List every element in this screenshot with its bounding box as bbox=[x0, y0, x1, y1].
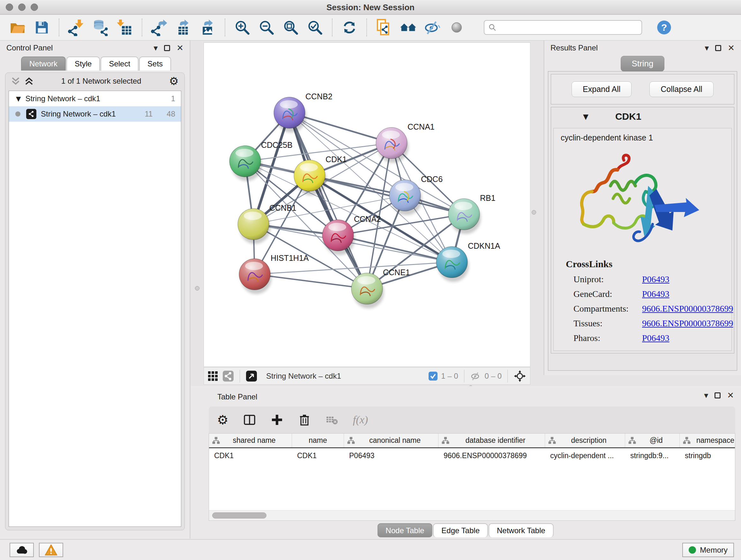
import-network-from-file-button[interactable] bbox=[66, 17, 86, 37]
node-table: shared namenamecanonical namedatabase id… bbox=[209, 433, 735, 521]
apply-preferred-layout-button[interactable] bbox=[340, 17, 359, 37]
collapse-all-icon[interactable] bbox=[11, 77, 20, 85]
minimize-window-button[interactable] bbox=[18, 3, 25, 11]
export-network-button[interactable] bbox=[149, 17, 169, 37]
selected-checkbox-icon[interactable] bbox=[428, 371, 438, 381]
network-node-CDC6[interactable]: CDC6 bbox=[389, 175, 443, 215]
show-columns-icon[interactable] bbox=[243, 414, 256, 426]
save-session-button[interactable] bbox=[32, 17, 52, 37]
gene-section-header[interactable]: ▼ CDK1 bbox=[551, 107, 734, 126]
network-node-CDC25B[interactable]: CDC25B bbox=[229, 140, 293, 181]
crosslink-link[interactable]: P06493 bbox=[642, 289, 670, 299]
zoom-in-button[interactable] bbox=[232, 17, 252, 37]
results-tab-string[interactable]: String bbox=[621, 56, 665, 71]
float-panel-icon[interactable] bbox=[164, 45, 170, 51]
expand-all-button[interactable]: Expand All bbox=[571, 81, 631, 97]
control-tab-network[interactable]: Network bbox=[21, 57, 66, 71]
horizontal-scrollbar[interactable] bbox=[209, 510, 735, 520]
export-image-button[interactable] bbox=[198, 17, 218, 37]
first-neighbors-button[interactable] bbox=[398, 17, 418, 37]
import-table-from-file-button[interactable] bbox=[115, 17, 135, 37]
table-tab-node-table[interactable]: Node Table bbox=[377, 523, 432, 537]
network-node-RB1[interactable]: RB1 bbox=[448, 193, 495, 234]
new-network-from-selection-button[interactable] bbox=[374, 17, 394, 37]
network-node-CCNB1[interactable]: CCNB1 bbox=[238, 203, 296, 244]
export-table-button[interactable] bbox=[174, 17, 193, 37]
zoom-selected-button[interactable] bbox=[305, 17, 325, 37]
main-toolbar: ? bbox=[0, 15, 741, 41]
scrollbar-thumb[interactable] bbox=[212, 512, 266, 518]
network-node-HIST1H1A[interactable]: HIST1H1A bbox=[239, 253, 309, 294]
detach-view-icon[interactable] bbox=[246, 370, 257, 382]
network-node-CCNB2[interactable]: CCNB2 bbox=[274, 92, 333, 132]
search-field[interactable] bbox=[484, 20, 642, 35]
column-header-shared-name[interactable]: shared name bbox=[209, 434, 292, 447]
search-input[interactable] bbox=[500, 23, 637, 32]
table-row[interactable]: CDK1CDK1P064939606.ENSP00000378699cyclin… bbox=[209, 448, 735, 463]
crosslink-link[interactable]: 9606.ENSP00000378699 bbox=[642, 318, 733, 328]
right-splitter-handle[interactable] bbox=[532, 210, 536, 214]
column-header-name[interactable]: name bbox=[292, 434, 344, 447]
zoom-fit-content-button[interactable] bbox=[281, 17, 300, 37]
left-splitter-handle[interactable] bbox=[195, 286, 199, 291]
delete-column-trash-icon[interactable] bbox=[298, 414, 311, 426]
crosslink-label: Pharos: bbox=[574, 331, 642, 346]
collapse-panel-icon[interactable]: ▾ bbox=[704, 391, 708, 399]
import-network-from-database-button[interactable] bbox=[91, 17, 111, 37]
network-graph[interactable]: CCNB2CCNA1CDC25BCDK1CDC6RB1CCNB1CCNA2CDK… bbox=[204, 43, 530, 367]
network-canvas[interactable]: CCNB2CCNA1CDC25BCDK1CDC6RB1CCNB1CCNA2CDK… bbox=[204, 43, 530, 367]
column-header-description[interactable]: description bbox=[545, 434, 625, 447]
network-edge-HIST1H1A-CCNE1[interactable] bbox=[255, 274, 367, 289]
network-edge-CCNA2-CDKN1A[interactable] bbox=[338, 235, 452, 262]
help-button[interactable]: ? bbox=[654, 17, 674, 37]
table-tab-edge-table[interactable]: Edge Table bbox=[433, 523, 488, 537]
column-header-namespace[interactable]: namespace bbox=[680, 434, 735, 447]
close-window-button[interactable] bbox=[6, 3, 13, 11]
zoom-in-icon bbox=[234, 19, 251, 36]
birds-eye-view-icon[interactable] bbox=[514, 370, 526, 382]
table-header-row: shared namenamecanonical namedatabase id… bbox=[209, 434, 735, 448]
close-panel-icon[interactable]: ✕ bbox=[728, 44, 735, 52]
float-panel-icon[interactable] bbox=[715, 45, 721, 51]
network-collection-row[interactable]: ▼ String Network – cdk1 1 bbox=[9, 91, 181, 106]
zoom-out-button[interactable] bbox=[257, 17, 276, 37]
show-all-button[interactable] bbox=[447, 17, 467, 37]
column-header-canonical-name[interactable]: canonical name bbox=[344, 434, 439, 447]
collapse-row-icon[interactable]: ▼ bbox=[16, 95, 21, 103]
column-header--id[interactable]: @id bbox=[625, 434, 680, 447]
maximize-window-button[interactable] bbox=[30, 3, 38, 11]
network-node-CDKN1A[interactable]: CDKN1A bbox=[436, 241, 500, 282]
memory-button[interactable]: Memory bbox=[682, 543, 734, 557]
node-count: 11 bbox=[145, 110, 152, 118]
close-panel-icon[interactable]: ✕ bbox=[177, 44, 184, 52]
close-panel-icon[interactable]: ✕ bbox=[727, 391, 734, 399]
create-column-plus-icon[interactable] bbox=[271, 414, 283, 426]
warnings-button[interactable] bbox=[39, 543, 63, 557]
open-session-button[interactable] bbox=[8, 17, 27, 37]
control-tab-select[interactable]: Select bbox=[100, 57, 138, 71]
control-tab-sets[interactable]: Sets bbox=[139, 57, 171, 71]
float-panel-icon[interactable] bbox=[715, 392, 721, 398]
collapse-panel-icon[interactable]: ▾ bbox=[153, 44, 158, 52]
network-node-CDK1[interactable]: CDK1 bbox=[294, 155, 347, 195]
grid-view-icon[interactable] bbox=[208, 371, 218, 381]
documents-icon bbox=[375, 19, 393, 36]
column-header-database-identifier[interactable]: database identifier bbox=[439, 434, 545, 447]
node-label-CCNE1: CCNE1 bbox=[383, 268, 410, 277]
expand-all-icon[interactable] bbox=[24, 77, 33, 85]
window-titlebar[interactable]: Session: New Session bbox=[0, 0, 741, 15]
table-tab-network-table[interactable]: Network Table bbox=[488, 523, 554, 537]
crosslink-link[interactable]: P06493 bbox=[642, 274, 670, 284]
collapse-panel-icon[interactable]: ▾ bbox=[704, 44, 709, 52]
network-row[interactable]: String Network – cdk1 11 48 bbox=[9, 106, 181, 122]
collapse-section-icon[interactable]: ▼ bbox=[583, 113, 589, 121]
crosslink-link[interactable]: P06493 bbox=[642, 333, 670, 343]
network-view-icon[interactable] bbox=[222, 370, 234, 382]
crosslink-link[interactable]: 9606.ENSP00000378699 bbox=[642, 304, 733, 314]
table-settings-gear-icon[interactable]: ⚙ bbox=[217, 414, 228, 426]
collapse-all-button[interactable]: Collapse All bbox=[650, 81, 714, 97]
gear-icon[interactable]: ⚙ bbox=[169, 76, 179, 86]
control-tab-style[interactable]: Style bbox=[66, 57, 100, 71]
hide-selected-button[interactable] bbox=[422, 17, 442, 37]
cloud-status-button[interactable] bbox=[10, 543, 34, 557]
